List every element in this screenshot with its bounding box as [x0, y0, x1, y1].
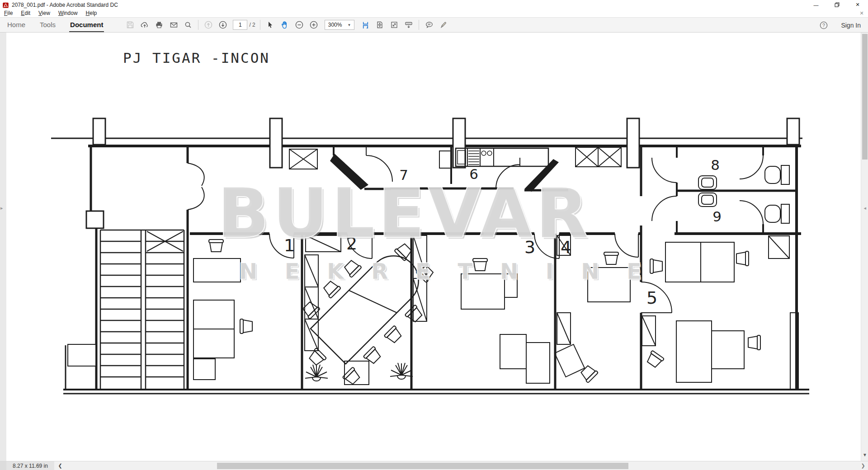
- print-button[interactable]: [152, 19, 166, 31]
- zoom-level-value: 300%: [328, 22, 342, 28]
- page-number-input[interactable]: [233, 20, 247, 30]
- svg-text:?: ?: [822, 23, 825, 28]
- email-button[interactable]: [166, 19, 181, 31]
- print-icon: [155, 21, 163, 29]
- comment-button[interactable]: [422, 19, 436, 31]
- help-button[interactable]: ?: [816, 19, 831, 32]
- menu-file[interactable]: File: [0, 9, 17, 17]
- search-button[interactable]: [181, 19, 195, 31]
- share-button[interactable]: [137, 19, 152, 31]
- acrobat-logo-icon: [2, 2, 9, 9]
- watermark: BULEVAR BULEVAR N E K R E T N I N E N E …: [217, 174, 653, 285]
- comment-bubble-icon: [425, 21, 434, 29]
- help-icon: ?: [819, 21, 828, 30]
- search-icon: [184, 21, 192, 29]
- toolbar-separator: [198, 20, 198, 30]
- hand-icon: [280, 21, 289, 29]
- room5-furniture: [642, 242, 798, 390]
- room-label-8: 8: [711, 157, 720, 173]
- next-page-button[interactable]: [216, 19, 230, 31]
- room3-furniture: [413, 235, 550, 383]
- page-total-label: / 2: [249, 22, 255, 28]
- actual-size-button[interactable]: [387, 19, 401, 31]
- highlighter-icon: [439, 21, 448, 29]
- room-label-9: 9: [712, 208, 722, 225]
- pdf-page: PJ TIGAR -INCON: [6, 33, 861, 461]
- toolbar-separator: [419, 20, 419, 30]
- document-close-button[interactable]: ✕: [857, 9, 866, 17]
- scroll-mode-icon: [361, 21, 370, 29]
- chevron-down-icon: ▼: [347, 23, 351, 27]
- toolbar: Home Tools Document: [0, 17, 868, 33]
- scroll-down-icon[interactable]: ▼: [861, 452, 868, 457]
- select-tool-button[interactable]: [263, 19, 278, 31]
- room4-furniture: [555, 235, 630, 383]
- kitchen-counter: [439, 148, 548, 168]
- vertical-scrollbar-thumb[interactable]: [862, 34, 868, 160]
- page-size-label: 8.27 x 11.69 in: [6, 461, 54, 470]
- menu-edit[interactable]: Edit: [17, 9, 34, 17]
- window-title: 2078_001.pdf - Adobe Acrobat Standard DC: [12, 2, 118, 8]
- select-cursor-icon: [266, 21, 274, 29]
- statusbar: 8.27 x 11.69 in ❮ ❯: [0, 461, 868, 470]
- room-label-5: 5: [646, 288, 657, 308]
- vertical-scrollbar[interactable]: ▼: [861, 33, 868, 461]
- staircase: [100, 230, 184, 390]
- sign-in-button[interactable]: Sign In: [841, 22, 861, 29]
- plan-title: PJ TIGAR -INCON: [123, 50, 270, 66]
- actual-size-icon: [390, 21, 398, 29]
- horizontal-scrollbar-thumb[interactable]: [217, 463, 628, 469]
- page-up-icon: [204, 20, 213, 29]
- watermark-line1: BULEVAR: [217, 174, 592, 253]
- toolbar-separator: [260, 20, 260, 30]
- fit-page-icon: [376, 21, 384, 29]
- zoom-in-button[interactable]: [307, 19, 321, 31]
- zoom-out-button[interactable]: [292, 19, 307, 31]
- menu-help[interactable]: Help: [82, 9, 101, 17]
- previous-page-button[interactable]: [201, 19, 216, 31]
- tab-home[interactable]: Home: [6, 18, 26, 32]
- close-button[interactable]: ✕: [847, 0, 868, 9]
- menu-view[interactable]: View: [34, 9, 54, 17]
- scroll-mode-button[interactable]: [358, 19, 373, 31]
- restore-icon: [835, 2, 840, 7]
- floor-plan-drawing: PJ TIGAR -INCON: [6, 33, 861, 461]
- scrollbar-corner: [0, 461, 6, 470]
- restore-button[interactable]: [826, 0, 847, 9]
- tools-pane-toggle-icon[interactable]: ◂: [863, 205, 866, 211]
- zoom-in-icon: [309, 20, 318, 29]
- watermark-line2: N E K R E T N I N E: [239, 258, 651, 284]
- menubar: File Edit View Window Help ✕: [0, 9, 868, 17]
- plan-box: [68, 344, 96, 366]
- minimize-button[interactable]: —: [806, 0, 826, 9]
- hand-tool-button[interactable]: [278, 19, 292, 31]
- zoom-out-icon: [295, 20, 304, 29]
- reading-mode-icon: [404, 21, 413, 29]
- cloud-upload-icon: [140, 21, 149, 29]
- tab-tools[interactable]: Tools: [39, 18, 57, 32]
- save-icon: [126, 21, 134, 29]
- reading-mode-button[interactable]: [401, 19, 416, 31]
- menu-window[interactable]: Window: [54, 9, 82, 17]
- highlight-button[interactable]: [436, 19, 451, 31]
- email-icon: [170, 21, 178, 29]
- scroll-right-icon[interactable]: ❯: [858, 463, 868, 469]
- page-down-icon: [218, 20, 227, 29]
- zoom-level-select[interactable]: 300% ▼: [325, 20, 355, 30]
- window-titlebar: 2078_001.pdf - Adobe Acrobat Standard DC…: [0, 0, 868, 9]
- scroll-left-icon[interactable]: ❮: [54, 463, 66, 469]
- tab-document[interactable]: Document: [69, 18, 104, 32]
- fit-page-button[interactable]: [373, 19, 387, 31]
- nav-pane-strip: [0, 33, 6, 461]
- nav-pane-toggle-icon[interactable]: ▸: [0, 205, 3, 211]
- document-area: ▸ PJ TIGAR -INCON: [0, 33, 868, 461]
- save-button[interactable]: [123, 19, 137, 31]
- horizontal-scrollbar[interactable]: [66, 461, 858, 470]
